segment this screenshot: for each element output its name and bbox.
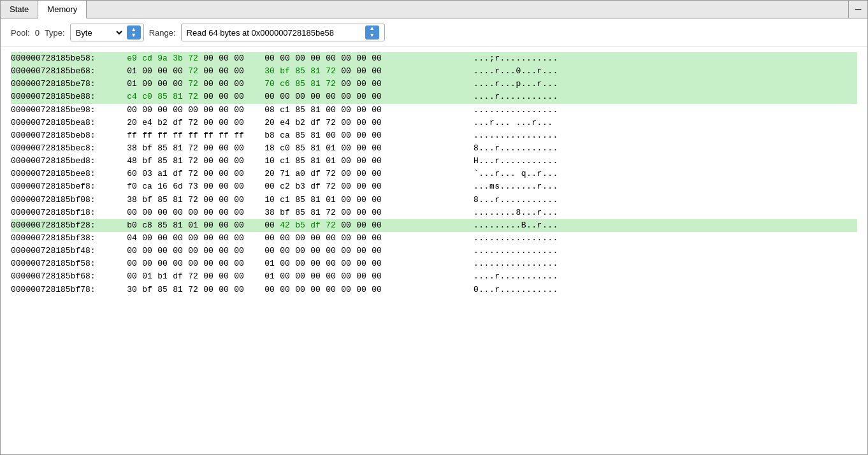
- hex-byte[interactable]: 00: [340, 219, 352, 232]
- hex-byte[interactable]: 00: [156, 232, 169, 245]
- hex-byte[interactable]: 72: [187, 65, 199, 78]
- hex-byte[interactable]: 00: [309, 232, 322, 245]
- hex-byte[interactable]: 00: [309, 257, 322, 270]
- hex-byte[interactable]: 00: [217, 219, 230, 232]
- hex-byte[interactable]: 01: [324, 155, 337, 168]
- hex-byte[interactable]: 00: [217, 52, 230, 65]
- hex-byte[interactable]: 72: [324, 206, 337, 219]
- hex-byte[interactable]: 01: [187, 219, 199, 232]
- hex-byte[interactable]: 00: [233, 245, 245, 257]
- hex-byte[interactable]: 72: [187, 90, 199, 103]
- hex-byte[interactable]: 01: [263, 257, 276, 270]
- hex-byte[interactable]: 72: [187, 155, 199, 168]
- hex-byte[interactable]: 00: [324, 245, 337, 257]
- hex-byte[interactable]: 00: [202, 219, 215, 232]
- hex-byte[interactable]: 00: [355, 180, 368, 193]
- hex-byte[interactable]: ff: [233, 129, 245, 142]
- hex-byte[interactable]: c8: [141, 219, 154, 232]
- hex-byte[interactable]: 00: [217, 168, 230, 180]
- hex-byte[interactable]: 01: [141, 270, 154, 283]
- hex-byte[interactable]: 9a: [156, 52, 169, 65]
- hex-byte[interactable]: 00: [370, 194, 383, 206]
- hex-byte[interactable]: 00: [370, 219, 383, 232]
- hex-byte[interactable]: 72: [324, 168, 337, 180]
- hex-byte[interactable]: 00: [278, 90, 291, 103]
- hex-byte[interactable]: 00: [370, 245, 383, 257]
- hex-byte[interactable]: 00: [217, 284, 230, 296]
- hex-byte[interactable]: 00: [324, 257, 337, 270]
- hex-byte[interactable]: 00: [233, 78, 245, 90]
- hex-byte[interactable]: 00: [202, 232, 215, 245]
- hex-byte[interactable]: 85: [156, 142, 169, 155]
- hex-byte[interactable]: 01: [126, 65, 138, 78]
- hex-byte[interactable]: 00: [294, 270, 307, 283]
- hex-byte[interactable]: 00: [202, 180, 215, 193]
- hex-byte[interactable]: 00: [202, 52, 215, 65]
- hex-byte[interactable]: 00: [340, 78, 352, 90]
- hex-byte[interactable]: ff: [187, 129, 199, 142]
- hex-byte[interactable]: 85: [294, 104, 307, 117]
- hex-byte[interactable]: 00: [340, 180, 352, 193]
- hex-byte[interactable]: 00: [202, 65, 215, 78]
- hex-byte[interactable]: 00: [355, 270, 368, 283]
- hex-byte[interactable]: 81: [171, 219, 184, 232]
- hex-byte[interactable]: 00: [217, 180, 230, 193]
- hex-byte[interactable]: 00: [202, 257, 215, 270]
- hex-byte[interactable]: 00: [202, 168, 215, 180]
- hex-byte[interactable]: 00: [355, 65, 368, 78]
- hex-byte[interactable]: 81: [309, 78, 322, 90]
- hex-byte[interactable]: 81: [171, 142, 184, 155]
- hex-byte[interactable]: 00: [233, 232, 245, 245]
- hex-byte[interactable]: 00: [278, 284, 291, 296]
- hex-byte[interactable]: ff: [217, 129, 230, 142]
- hex-byte[interactable]: 00: [141, 245, 154, 257]
- hex-byte[interactable]: 00: [202, 194, 215, 206]
- hex-byte[interactable]: 04: [126, 232, 138, 245]
- hex-byte[interactable]: 00: [233, 155, 245, 168]
- hex-byte[interactable]: 00: [278, 257, 291, 270]
- hex-byte[interactable]: 00: [217, 104, 230, 117]
- hex-byte[interactable]: 30: [263, 65, 276, 78]
- hex-byte[interactable]: 00: [217, 78, 230, 90]
- hex-byte[interactable]: 72: [324, 219, 337, 232]
- hex-byte[interactable]: a1: [156, 168, 169, 180]
- hex-byte[interactable]: 00: [202, 284, 215, 296]
- hex-byte[interactable]: 00: [263, 180, 276, 193]
- hex-byte[interactable]: 00: [324, 52, 337, 65]
- hex-byte[interactable]: 00: [202, 245, 215, 257]
- hex-byte[interactable]: 00: [202, 78, 215, 90]
- hex-byte[interactable]: 70: [263, 78, 276, 90]
- hex-byte[interactable]: 00: [340, 168, 352, 180]
- hex-byte[interactable]: 00: [126, 257, 138, 270]
- hex-byte[interactable]: 00: [233, 180, 245, 193]
- hex-byte[interactable]: df: [309, 219, 322, 232]
- hex-byte[interactable]: 00: [217, 270, 230, 283]
- hex-byte[interactable]: 10: [263, 155, 276, 168]
- hex-byte[interactable]: 85: [294, 155, 307, 168]
- hex-byte[interactable]: 00: [370, 284, 383, 296]
- hex-byte[interactable]: 00: [217, 257, 230, 270]
- hex-byte[interactable]: 00: [263, 90, 276, 103]
- hex-byte[interactable]: 00: [217, 194, 230, 206]
- hex-byte[interactable]: 00: [156, 78, 169, 90]
- hex-byte[interactable]: 72: [187, 52, 199, 65]
- hex-byte[interactable]: 00: [217, 117, 230, 129]
- hex-byte[interactable]: e4: [278, 117, 291, 129]
- hex-byte[interactable]: 00: [294, 232, 307, 245]
- hex-byte[interactable]: 81: [309, 65, 322, 78]
- hex-byte[interactable]: 08: [263, 104, 276, 117]
- hex-byte[interactable]: 00: [370, 232, 383, 245]
- hex-byte[interactable]: 00: [233, 52, 245, 65]
- hex-byte[interactable]: 01: [324, 142, 337, 155]
- hex-byte[interactable]: 00: [370, 117, 383, 129]
- hex-byte[interactable]: 72: [187, 284, 199, 296]
- hex-byte[interactable]: 00: [278, 270, 291, 283]
- hex-byte[interactable]: 00: [309, 90, 322, 103]
- hex-byte[interactable]: 00: [233, 270, 245, 283]
- hex-byte[interactable]: 00: [309, 284, 322, 296]
- hex-byte[interactable]: 00: [355, 232, 368, 245]
- hex-byte[interactable]: 85: [294, 129, 307, 142]
- hex-byte[interactable]: 00: [141, 257, 154, 270]
- hex-byte[interactable]: df: [171, 117, 184, 129]
- hex-byte[interactable]: 00: [355, 245, 368, 257]
